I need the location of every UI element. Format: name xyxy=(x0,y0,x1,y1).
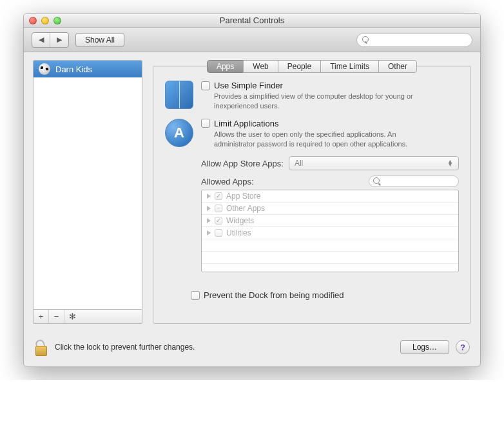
simple-finder-desc: Provides a simplified view of the comput… xyxy=(214,92,433,111)
titlebar: Parental Controls xyxy=(24,14,480,28)
tab-apps[interactable]: Apps xyxy=(207,60,244,73)
app-name: App Store xyxy=(226,192,260,201)
allow-store-label: Allow App Store Apps: xyxy=(201,159,284,168)
limit-apps-checkbox[interactable] xyxy=(201,119,210,128)
close-window-button[interactable] xyxy=(29,17,37,25)
app-checkbox[interactable] xyxy=(215,205,222,212)
lock-icon[interactable] xyxy=(34,338,48,356)
simple-finder-label: Use Simple Finder xyxy=(214,81,283,90)
prevent-dock-row: Prevent the Dock from being modified xyxy=(191,290,459,300)
select-arrows-icon: ▲▼ xyxy=(447,160,453,167)
allow-store-row: Allow App Store Apps: All ▲▼ xyxy=(201,156,459,170)
main-panel: Apps Web People Time Limits Other Use Si… xyxy=(153,60,471,324)
disclosure-triangle-icon[interactable] xyxy=(207,218,211,223)
help-button[interactable]: ? xyxy=(456,340,470,354)
app-row-empty xyxy=(202,252,458,264)
apps-panel: Use Simple Finder Provides a simplified … xyxy=(153,66,471,324)
finder-icon xyxy=(165,81,193,109)
window-title: Parental Controls xyxy=(24,15,480,25)
content: Darn Kids + − ✻ Apps Web People Time Lim… xyxy=(24,52,480,332)
allowed-apps-header: Allowed Apps: xyxy=(201,175,459,187)
soccer-ball-icon xyxy=(39,63,50,75)
preferences-window: Parental Controls ◀ ▶ Show All Darn Kids… xyxy=(23,13,481,367)
toolbar-search-input[interactable] xyxy=(370,35,467,45)
allowed-apps-label: Allowed Apps: xyxy=(201,177,254,186)
tabs: Apps Web People Time Limits Other xyxy=(153,60,471,73)
limit-apps-option: Limit Applications Allows the user to op… xyxy=(165,119,459,149)
prevent-dock-checkbox[interactable] xyxy=(191,291,200,300)
footer: Click the lock to prevent further change… xyxy=(24,332,480,366)
search-icon xyxy=(373,177,380,185)
app-name: Other Apps xyxy=(226,204,265,213)
app-checkbox[interactable] xyxy=(215,229,222,237)
tab-other[interactable]: Other xyxy=(378,60,417,73)
app-name: Widgets xyxy=(226,216,254,225)
limit-apps-label: Limit Applications xyxy=(214,119,278,128)
tab-time-limits[interactable]: Time Limits xyxy=(320,60,379,73)
forward-button[interactable]: ▶ xyxy=(50,33,68,47)
allow-store-select[interactable]: All ▲▼ xyxy=(289,156,459,170)
app-name: Utilities xyxy=(226,228,251,237)
allowed-apps-search[interactable] xyxy=(369,175,459,187)
user-list[interactable]: Darn Kids xyxy=(33,60,142,310)
remove-user-button[interactable]: − xyxy=(49,310,64,323)
simple-finder-checkbox[interactable] xyxy=(201,81,210,90)
allowed-apps-list[interactable]: App Store Other Apps Widgets xyxy=(201,190,459,272)
app-checkbox[interactable] xyxy=(215,217,222,225)
sidebar-actions: + − ✻ xyxy=(33,310,142,324)
tab-people[interactable]: People xyxy=(278,60,321,73)
search-icon xyxy=(362,36,367,44)
logs-button[interactable]: Logs… xyxy=(400,340,449,354)
app-row[interactable]: App Store xyxy=(202,190,458,203)
allowed-apps-search-input[interactable] xyxy=(383,177,454,185)
traffic-lights xyxy=(24,17,61,25)
back-button[interactable]: ◀ xyxy=(32,33,50,47)
disclosure-triangle-icon[interactable] xyxy=(207,206,211,211)
app-checkbox[interactable] xyxy=(215,192,222,200)
app-row-empty xyxy=(202,239,458,252)
zoom-window-button[interactable] xyxy=(53,17,61,25)
toolbar-search[interactable] xyxy=(356,33,472,47)
lock-text: Click the lock to prevent further change… xyxy=(55,343,394,352)
allow-store-value: All xyxy=(295,159,303,168)
toolbar: ◀ ▶ Show All xyxy=(24,28,480,52)
tab-web[interactable]: Web xyxy=(243,60,278,73)
user-name: Darn Kids xyxy=(55,65,92,74)
appstore-icon xyxy=(165,119,193,147)
minimize-window-button[interactable] xyxy=(41,17,49,25)
user-settings-button[interactable]: ✻ xyxy=(64,310,80,323)
limit-apps-desc: Allows the user to open only the specifi… xyxy=(214,130,433,149)
simple-finder-option: Use Simple Finder Provides a simplified … xyxy=(165,81,459,111)
app-row[interactable]: Widgets xyxy=(202,215,458,227)
add-user-button[interactable]: + xyxy=(34,310,49,323)
sidebar: Darn Kids + − ✻ xyxy=(33,60,142,324)
nav-buttons: ◀ ▶ xyxy=(32,32,69,48)
app-row[interactable]: Other Apps xyxy=(202,203,458,215)
app-row[interactable]: Utilities xyxy=(202,227,458,239)
prevent-dock-label: Prevent the Dock from being modified xyxy=(204,290,344,300)
disclosure-triangle-icon[interactable] xyxy=(207,230,211,235)
user-item[interactable]: Darn Kids xyxy=(34,61,142,77)
show-all-button[interactable]: Show All xyxy=(75,33,124,47)
disclosure-triangle-icon[interactable] xyxy=(207,194,211,199)
